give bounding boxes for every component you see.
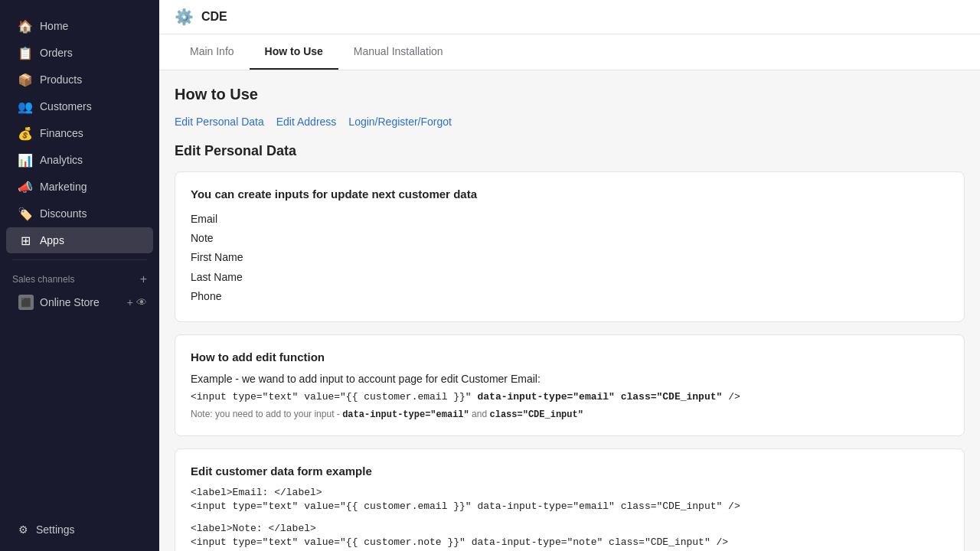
page-title: How to Use	[175, 86, 965, 103]
form-code-line: <input type="text" value="{{ customer.em…	[191, 500, 949, 512]
section-heading-edit-personal-data: Edit Personal Data	[175, 143, 965, 159]
sidebar-item-apps[interactable]: ⊞Apps	[6, 227, 153, 253]
form-example-block: <label>Email: </label><input type="text"…	[191, 487, 949, 551]
card-customer-data-fields: You can create inputs for update next cu…	[175, 171, 965, 322]
tab-manual-installation[interactable]: Manual Installation	[338, 34, 459, 70]
apps-icon: ⊞	[18, 233, 32, 247]
app-title: CDE	[201, 10, 227, 24]
main-content: ⚙️ CDE Main InfoHow to UseManual Install…	[159, 0, 980, 551]
sidebar-item-orders[interactable]: 📋Orders	[6, 40, 153, 66]
sidebar-label-discounts: Discounts	[40, 207, 87, 220]
card2-note: Note: you need to add to your input - da…	[191, 409, 949, 420]
field-list: EmailNoteFirst NameLast NamePhone	[191, 210, 949, 306]
field-list-item: Phone	[191, 287, 949, 306]
anchor-links: Edit Personal Data Edit Address Login/Re…	[175, 116, 965, 128]
sidebar-label-products: Products	[40, 73, 82, 86]
card1-title: You can create inputs for update next cu…	[191, 187, 949, 201]
settings-icon: ⚙	[18, 523, 28, 536]
card-form-example: Edit customer data form example <label>E…	[175, 448, 965, 551]
products-icon: 📦	[18, 73, 32, 86]
online-store-actions: + 👁	[127, 296, 147, 308]
discounts-icon: 🏷️	[18, 207, 32, 220]
sidebar-bottom: ⚙ Settings	[0, 508, 159, 551]
sales-channels-label: Sales channels	[12, 274, 74, 285]
sidebar: 🏠Home📋Orders📦Products👥Customers💰Finances…	[0, 0, 159, 551]
online-store-add-icon[interactable]: +	[127, 296, 133, 308]
card2-desc: Example - we wand to add input to accoun…	[191, 373, 949, 385]
sidebar-label-analytics: Analytics	[40, 154, 83, 166]
field-list-item: Email	[191, 210, 949, 229]
add-sales-channel-button[interactable]: +	[140, 272, 147, 286]
form-code-line: <label>Note: </label>	[191, 523, 949, 534]
tab-how-to-use[interactable]: How to Use	[250, 34, 338, 70]
sidebar-label-home: Home	[40, 20, 68, 32]
sidebar-item-discounts[interactable]: 🏷️Discounts	[6, 201, 153, 227]
page-content: How to Use Edit Personal Data Edit Addre…	[159, 70, 980, 551]
online-store-icon: ⬛	[18, 295, 34, 310]
note-bold1: data-input-type="email"	[342, 409, 469, 420]
card-how-to-add: How to add edit function Example - we wa…	[175, 334, 965, 436]
sidebar-nav: 🏠Home📋Orders📦Products👥Customers💰Finances…	[0, 6, 159, 508]
sidebar-item-analytics[interactable]: 📊Analytics	[6, 147, 153, 173]
customers-icon: 👥	[18, 99, 32, 113]
marketing-icon: 📣	[18, 180, 32, 194]
finances-icon: 💰	[18, 126, 32, 140]
sidebar-label-orders: Orders	[40, 47, 73, 59]
note-bold2: class="CDE_input"	[489, 409, 583, 420]
sidebar-divider	[12, 259, 147, 260]
sidebar-item-products[interactable]: 📦Products	[6, 67, 153, 93]
anchor-edit-address[interactable]: Edit Address	[276, 116, 337, 128]
code-normal: <input type="text" value="{{ customer.em…	[191, 391, 472, 403]
sidebar-item-online-store[interactable]: ⬛ Online Store + 👁	[6, 290, 153, 315]
cde-icon: ⚙️	[175, 8, 194, 26]
note-and: and	[469, 409, 490, 419]
home-icon: 🏠	[18, 19, 32, 33]
tab-main-info[interactable]: Main Info	[175, 34, 250, 70]
orders-icon: 📋	[18, 46, 32, 60]
sidebar-item-customers[interactable]: 👥Customers	[6, 93, 153, 119]
online-store-eye-icon[interactable]: 👁	[136, 296, 147, 308]
card2-title: How to add edit function	[191, 350, 949, 364]
anchor-login-register-forgot[interactable]: Login/Register/Forgot	[348, 116, 452, 128]
form-code-line: <label>Email: </label>	[191, 487, 949, 498]
sidebar-item-marketing[interactable]: 📣Marketing	[6, 174, 153, 200]
sidebar-label-marketing: Marketing	[40, 181, 87, 193]
card2-code: <input type="text" value="{{ customer.em…	[191, 391, 949, 403]
tabs-bar: Main InfoHow to UseManual Installation	[159, 34, 980, 70]
field-list-item: First Name	[191, 248, 949, 267]
form-code-line: <input type="text" value="{{ customer.no…	[191, 536, 949, 548]
card3-title: Edit customer data form example	[191, 465, 949, 478]
sales-channels-section: Sales channels +	[0, 266, 159, 289]
online-store-label: Online Store	[40, 296, 121, 308]
anchor-edit-personal-data[interactable]: Edit Personal Data	[175, 116, 264, 128]
sidebar-label-finances: Finances	[40, 127, 83, 139]
sidebar-label-apps: Apps	[40, 234, 64, 246]
code-bold: data-input-type="email" class="CDE_input…	[472, 391, 723, 403]
topbar: ⚙️ CDE	[159, 0, 980, 34]
field-list-item: Last Name	[191, 268, 949, 287]
field-list-item: Note	[191, 229, 949, 248]
code-end: />	[722, 391, 740, 403]
sidebar-item-settings[interactable]: ⚙ Settings	[6, 517, 153, 542]
sidebar-item-home[interactable]: 🏠Home	[6, 13, 153, 39]
note-prefix: Note: you need to add to your input -	[191, 409, 342, 419]
settings-label: Settings	[36, 523, 75, 536]
analytics-icon: 📊	[18, 153, 32, 167]
sidebar-label-customers: Customers	[40, 100, 92, 112]
code-spacer	[191, 514, 949, 520]
sidebar-item-finances[interactable]: 💰Finances	[6, 120, 153, 146]
